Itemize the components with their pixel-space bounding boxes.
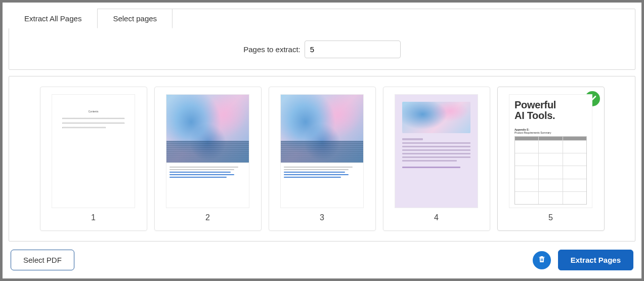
page-preview: Powerful AI Tools. Appendix E: Product R…: [509, 94, 592, 208]
delete-button[interactable]: [533, 251, 551, 269]
preview-heading-1: Powerful: [514, 100, 587, 110]
trash-icon: [537, 255, 546, 265]
page-thumbnail-5[interactable]: Powerful AI Tools. Appendix E: Product R…: [497, 87, 605, 231]
tab-select-pages[interactable]: Select pages: [97, 9, 173, 28]
page-thumbnails: Contents 1 2: [9, 76, 635, 242]
select-pages-panel: Pages to extract:: [9, 28, 635, 62]
page-preview: [280, 94, 364, 208]
page-thumbnail-1[interactable]: Contents 1: [40, 87, 147, 231]
page-number: 1: [91, 208, 96, 222]
page-preview: [395, 94, 478, 208]
page-extract-dialog: Extract All Pages Select pages Pages to …: [3, 3, 641, 278]
page-number: 4: [434, 208, 439, 222]
preview-heading-2: AI Tools.: [514, 110, 587, 121]
svg-rect-0: [541, 259, 541, 261]
pages-to-extract-label: Pages to extract:: [243, 45, 300, 54]
page-number: 3: [320, 208, 324, 222]
extract-pages-button[interactable]: Extract Pages: [558, 250, 633, 270]
svg-rect-1: [541, 259, 542, 261]
page-preview: [166, 94, 249, 208]
preview-appendix-title: Product Requirements Summary: [514, 131, 587, 134]
tab-extract-all[interactable]: Extract All Pages: [9, 9, 97, 28]
page-preview: Contents: [52, 94, 135, 208]
page-thumbnail-3[interactable]: 3: [269, 87, 376, 231]
page-thumbnail-4[interactable]: 4: [383, 87, 490, 231]
tabs: Extract All Pages Select pages: [9, 9, 635, 28]
footer-actions: Select PDF Extract Pages: [9, 248, 635, 272]
svg-rect-2: [542, 259, 543, 261]
select-pdf-button[interactable]: Select PDF: [11, 250, 74, 270]
page-number: 2: [205, 208, 210, 222]
pages-to-extract-input[interactable]: [305, 41, 401, 58]
page-number: 5: [548, 208, 553, 222]
page-thumbnail-2[interactable]: 2: [154, 87, 262, 231]
extract-config-panel: Extract All Pages Select pages Pages to …: [9, 9, 635, 70]
